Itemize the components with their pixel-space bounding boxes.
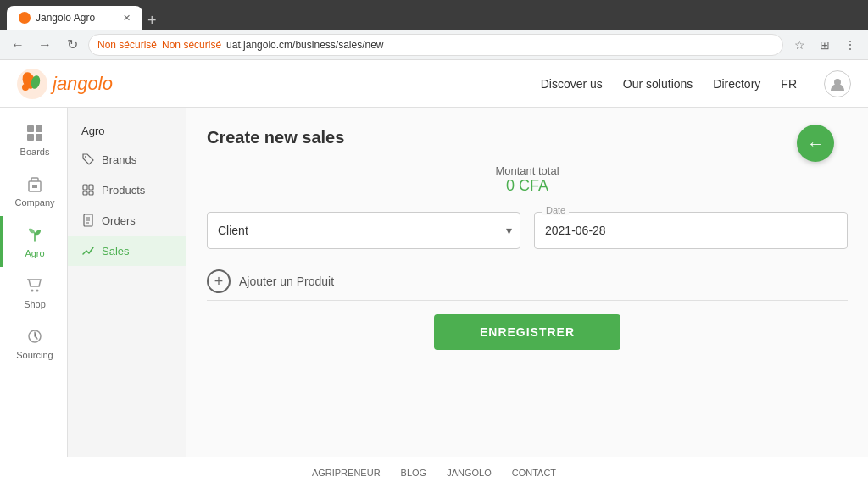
browser-tabs: Jangolo Agro ✕ + <box>7 0 162 30</box>
sidebar-sourcing-label: Sourcing <box>16 350 53 360</box>
boards-icon <box>25 123 45 143</box>
sub-sidebar-products-label: Products <box>102 184 145 197</box>
save-button[interactable]: ENREGISTRER <box>434 314 620 350</box>
sourcing-icon <box>25 326 45 347</box>
orders-icon <box>81 214 95 227</box>
active-tab[interactable]: Jangolo Agro ✕ <box>7 6 142 30</box>
back-button[interactable]: ← <box>797 125 834 162</box>
main-content: Create new sales ← Montant total 0 CFA C… <box>186 108 868 457</box>
svg-rect-19 <box>89 191 93 195</box>
reload-btn[interactable]: ↻ <box>61 34 83 56</box>
shop-icon <box>25 275 45 296</box>
sidebar-item-shop[interactable]: Shop <box>0 267 67 318</box>
date-input[interactable] <box>534 212 848 249</box>
back-nav-btn[interactable]: ← <box>7 34 29 56</box>
sidebar-shop-label: Shop <box>24 299 46 309</box>
sidebar-agro-label: Agro <box>25 248 44 258</box>
client-select-wrapper: Client ▾ <box>207 212 520 249</box>
security-warning-text: Non sécurisé <box>162 39 221 51</box>
sub-sidebar: Agro Brands Products Orders Sales <box>68 108 186 457</box>
sub-sidebar-orders-label: Orders <box>102 214 136 227</box>
add-product-text[interactable]: Ajouter un Produit <box>239 274 334 288</box>
sidebar-item-agro[interactable]: Agro <box>0 216 67 267</box>
browser-actions: ☆ ⊞ ⋮ <box>788 34 861 56</box>
sub-sidebar-brands-label: Brands <box>102 153 136 166</box>
svg-point-13 <box>36 290 39 292</box>
address-bar[interactable]: Non sécurisé Non sécurisé uat.jangolo.cm… <box>88 34 783 56</box>
sidebar-item-sourcing[interactable]: Sourcing <box>0 318 67 369</box>
logo-text: jangolo <box>53 73 113 95</box>
svg-rect-17 <box>89 185 93 190</box>
sidebar-boards-label: Boards <box>20 147 50 157</box>
sub-sidebar-products[interactable]: Products <box>68 175 186 205</box>
add-product-circle-btn[interactable]: + <box>207 269 231 293</box>
svg-rect-8 <box>36 134 42 141</box>
sidebar-company-label: Company <box>14 197 54 208</box>
total-section: Montant total 0 CFA <box>207 164 848 195</box>
tab-favicon <box>19 12 31 24</box>
client-select[interactable]: Client <box>207 212 520 249</box>
svg-point-15 <box>85 156 86 158</box>
footer-agripreneur[interactable]: AGRIPRENEUR <box>312 468 381 478</box>
avatar-icon <box>830 76 845 92</box>
sub-sidebar-header: Agro <box>68 118 186 144</box>
company-icon <box>25 174 45 194</box>
bookmark-btn[interactable]: ☆ <box>788 34 810 56</box>
nav-lang[interactable]: FR <box>781 77 797 91</box>
tab-close-btn[interactable]: ✕ <box>123 13 131 24</box>
sub-sidebar-sales-label: Sales <box>102 245 130 258</box>
security-warning: Non sécurisé <box>97 39 157 51</box>
new-tab-btn[interactable]: + <box>142 12 162 30</box>
sub-sidebar-sales[interactable]: Sales <box>68 236 186 266</box>
forward-nav-btn[interactable]: → <box>34 34 56 56</box>
svg-point-3 <box>22 84 29 91</box>
user-avatar[interactable] <box>824 70 851 97</box>
browser-toolbar: ← → ↻ Non sécurisé Non sécurisé uat.jang… <box>0 30 868 60</box>
agro-icon <box>25 225 45 245</box>
tab-title: Jangolo Agro <box>36 12 95 24</box>
sidebar-item-company[interactable]: Company <box>0 165 67 216</box>
products-icon <box>81 183 95 197</box>
sub-sidebar-brands[interactable]: Brands <box>68 144 186 175</box>
footer-jangolo[interactable]: JANGOLO <box>447 468 492 478</box>
nav-directory[interactable]: Directory <box>713 77 760 91</box>
menu-btn[interactable]: ⋮ <box>839 34 861 56</box>
extensions-btn[interactable]: ⊞ <box>814 34 836 56</box>
svg-rect-18 <box>83 191 87 195</box>
add-product-row: + Ajouter un Produit <box>207 263 848 301</box>
svg-rect-10 <box>32 185 35 188</box>
date-wrapper: Date <box>534 212 848 249</box>
date-label: Date <box>542 205 569 215</box>
svg-rect-5 <box>27 125 34 132</box>
browser-chrome: Jangolo Agro ✕ + <box>0 0 868 30</box>
svg-rect-16 <box>83 185 87 190</box>
app-container: jangolo Discover us Our solutions Direct… <box>0 60 868 488</box>
nav-discover-us[interactable]: Discover us <box>541 77 603 91</box>
sidebar-item-boards[interactable]: Boards <box>0 114 67 165</box>
footer-contact[interactable]: CONTACT <box>512 468 556 478</box>
svg-rect-6 <box>36 125 42 132</box>
svg-point-12 <box>31 290 34 292</box>
form-row: Client ▾ Date <box>207 212 848 249</box>
nav-our-solutions[interactable]: Our solutions <box>623 77 693 91</box>
logo: jangolo <box>17 69 113 99</box>
logo-icon <box>17 69 47 99</box>
brands-icon <box>81 152 95 166</box>
total-label: Montant total <box>207 164 848 177</box>
address-url: uat.jangolo.cm/business/sales/new <box>226 39 383 51</box>
svg-rect-7 <box>27 134 34 141</box>
sales-icon <box>81 244 95 258</box>
total-value: 0 CFA <box>207 177 848 195</box>
footer-blog[interactable]: BLOG <box>401 468 427 478</box>
sub-sidebar-orders[interactable]: Orders <box>68 205 186 236</box>
sidebar: Boards Company Agro Shop <box>0 108 68 457</box>
page-title: Create new sales <box>207 128 848 147</box>
footer: AGRIPRENEUR BLOG JANGOLO CONTACT <box>0 457 868 488</box>
content-area: Boards Company Agro Shop <box>0 108 868 457</box>
top-nav: jangolo Discover us Our solutions Direct… <box>0 60 868 108</box>
top-nav-links: Discover us Our solutions Directory FR <box>541 70 851 97</box>
svg-rect-11 <box>35 185 37 188</box>
